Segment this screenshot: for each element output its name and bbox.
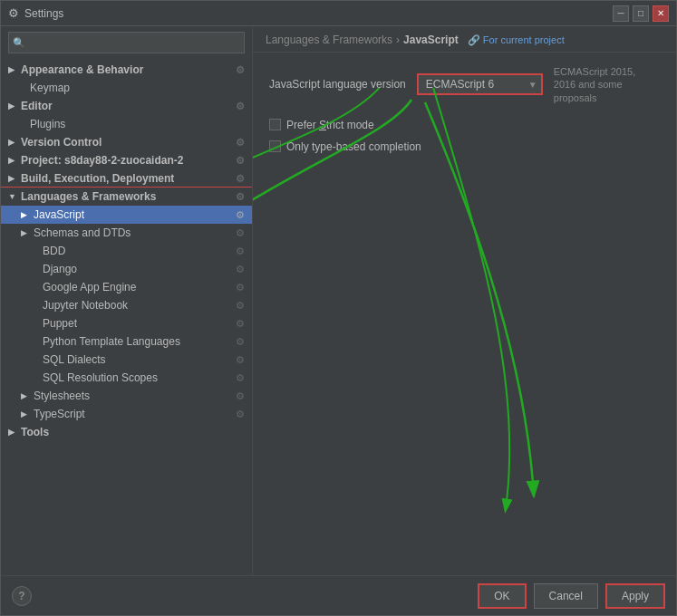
arrow-icon: ▶ [8, 138, 17, 147]
type-completion-checkbox[interactable] [269, 140, 281, 152]
sidebar-item-jupyter[interactable]: Jupyter Notebook ⚙ [1, 296, 252, 314]
sidebar-item-google-app-engine[interactable]: Google App Engine ⚙ [1, 278, 252, 296]
gear-icon: ⚙ [236, 354, 245, 366]
type-completion-label: Only type-based completion [286, 140, 421, 153]
main-content: 🔍 ▶ Appearance & Behavior ⚙ Keymap ▶ [1, 26, 676, 575]
sidebar-item-tools[interactable]: ▶ Tools [1, 423, 252, 441]
apply-button[interactable]: Apply [605, 583, 665, 609]
window-title: Settings [24, 7, 63, 20]
gear-icon: ⚙ [236, 409, 245, 420]
arrow-icon: ▶ [21, 391, 30, 400]
sidebar-item-stylesheets[interactable]: ▶ Stylesheets ⚙ [1, 387, 252, 405]
breadcrumb-hint: 🔗 For current project [468, 34, 565, 46]
arrow-icon: ▶ [21, 228, 30, 237]
title-bar-left: ⚙ Settings [8, 6, 63, 20]
search-box: 🔍 [8, 32, 245, 53]
arrow-icon: ▶ [8, 101, 17, 111]
gear-icon: ⚙ [236, 209, 245, 221]
breadcrumb: Languages & Frameworks › JavaScript 🔗 Fo… [253, 26, 676, 53]
gear-icon: ⚙ [236, 173, 245, 185]
arrow-icon: ▶ [8, 156, 17, 165]
bottom-right: OK Cancel Apply [478, 583, 665, 609]
sidebar-item-python-template[interactable]: Python Template Languages ⚙ [1, 332, 252, 351]
minimize-button[interactable]: ─ [613, 5, 629, 22]
gear-icon: ⚙ [236, 245, 245, 257]
bottom-bar: ? OK Cancel Apply [1, 575, 676, 615]
sidebar-item-plugins[interactable]: Plugins [1, 115, 252, 133]
dropdown-wrapper: ECMAScript 5.1 ECMAScript 6 ECMAScript 2… [417, 73, 543, 95]
sidebar-item-bdd[interactable]: BDD ⚙ [1, 242, 252, 260]
gear-icon: ⚙ [236, 227, 245, 239]
cancel-button[interactable]: Cancel [534, 583, 598, 609]
sidebar-item-build[interactable]: ▶ Build, Execution, Deployment ⚙ [1, 169, 252, 188]
gear-icon: ⚙ [236, 282, 245, 294]
arrow-icon: ▶ [21, 409, 30, 419]
sidebar-item-sql-dialects[interactable]: SQL Dialects ⚙ [1, 351, 252, 369]
language-version-label: JavaScript language version [269, 78, 406, 91]
gear-icon: ⚙ [236, 191, 245, 203]
breadcrumb-current: JavaScript [403, 34, 459, 46]
breadcrumb-path: Languages & Frameworks [266, 34, 392, 46]
sidebar-item-javascript[interactable]: ▶ JavaScript ⚙ [1, 206, 252, 224]
help-button[interactable]: ? [12, 586, 32, 606]
strict-mode-checkbox[interactable] [269, 119, 281, 130]
sidebar-item-keymap[interactable]: Keymap [1, 79, 252, 97]
strict-mode-row: Prefer Strict mode [269, 119, 660, 131]
ok-button[interactable]: OK [478, 583, 526, 609]
panel-content: JavaScript language version ECMAScript 5… [253, 53, 676, 575]
gear-icon: ⚙ [236, 137, 245, 149]
gear-icon: ⚙ [236, 336, 245, 348]
sidebar-item-languages[interactable]: ▼ Languages & Frameworks ⚙ [1, 188, 252, 206]
arrow-icon: ▶ [8, 65, 17, 74]
gear-icon: ⚙ [236, 101, 245, 112]
sidebar-item-project[interactable]: ▶ Project: s8day88-2-zuocaidan-2 ⚙ [1, 151, 252, 169]
title-bar-controls: ─ □ ✕ [613, 5, 669, 22]
search-icon: 🔍 [13, 37, 25, 49]
sidebar-item-editor[interactable]: ▶ Editor ⚙ [1, 97, 252, 115]
arrow-icon: ▼ [8, 192, 17, 201]
strict-mode-label: Prefer Strict mode [286, 119, 374, 131]
main-panel: Languages & Frameworks › JavaScript 🔗 Fo… [253, 26, 676, 575]
arrow-icon: ▶ [8, 428, 17, 437]
sidebar-item-version-control[interactable]: ▶ Version Control ⚙ [1, 133, 252, 151]
settings-window: ⚙ Settings ─ □ ✕ 🔍 ▶ Appearance & Behavi… [0, 0, 677, 616]
sidebar-item-puppet[interactable]: Puppet ⚙ [1, 314, 252, 332]
gear-icon: ⚙ [236, 300, 245, 312]
sidebar-tree: ▶ Appearance & Behavior ⚙ Keymap ▶ Edito… [1, 59, 252, 575]
gear-icon: ⚙ [236, 318, 245, 330]
dropdown-hint: ECMAScript 2015, 2016 and some proposals [554, 65, 660, 104]
arrow-icon: ▶ [8, 174, 17, 183]
sidebar-item-schemas[interactable]: ▶ Schemas and DTDs ⚙ [1, 224, 252, 242]
close-button[interactable]: ✕ [653, 5, 669, 22]
gear-icon: ⚙ [236, 155, 245, 167]
sidebar-item-appearance[interactable]: ▶ Appearance & Behavior ⚙ [1, 61, 252, 79]
gear-icon: ⚙ [236, 64, 245, 76]
title-bar: ⚙ Settings ─ □ ✕ [1, 1, 676, 26]
breadcrumb-separator: › [396, 34, 400, 46]
gear-icon: ⚙ [236, 390, 245, 402]
window-icon: ⚙ [8, 6, 19, 20]
language-version-dropdown[interactable]: ECMAScript 5.1 ECMAScript 6 ECMAScript 2… [417, 73, 543, 95]
type-completion-row: Only type-based completion [269, 140, 660, 153]
maximize-button[interactable]: □ [633, 5, 649, 22]
gear-icon: ⚙ [236, 264, 245, 275]
bottom-left: ? [12, 586, 32, 606]
arrow-icon: ▶ [21, 210, 30, 219]
search-input[interactable] [8, 32, 245, 53]
language-version-row: JavaScript language version ECMAScript 5… [269, 65, 660, 104]
gear-icon: ⚙ [236, 372, 245, 384]
sidebar: 🔍 ▶ Appearance & Behavior ⚙ Keymap ▶ [1, 26, 253, 575]
sidebar-item-django[interactable]: Django ⚙ [1, 260, 252, 278]
sidebar-item-sql-resolution[interactable]: SQL Resolution Scopes ⚙ [1, 369, 252, 387]
sidebar-item-typescript[interactable]: ▶ TypeScript ⚙ [1, 405, 252, 423]
